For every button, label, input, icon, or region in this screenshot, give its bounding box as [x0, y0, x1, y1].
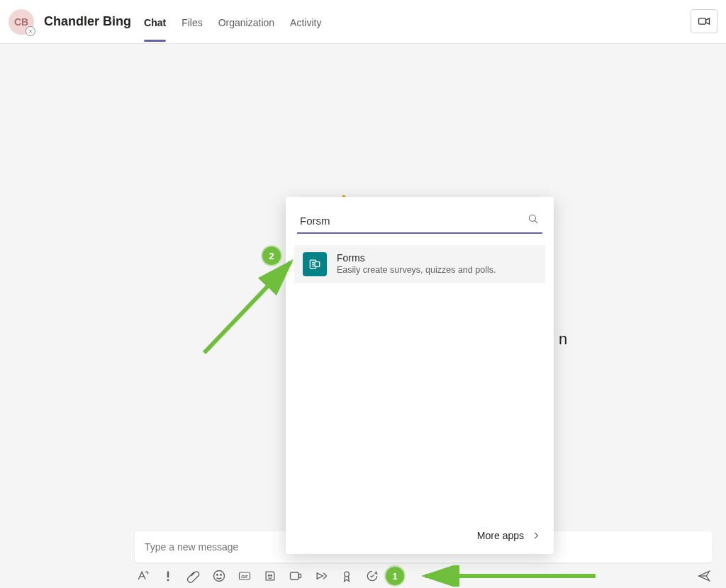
tab-chat[interactable]: Chat [144, 3, 166, 41]
avatar[interactable]: CB [9, 9, 34, 35]
attach-icon[interactable] [186, 568, 201, 584]
forms-app-icon [303, 252, 327, 276]
svg-line-21 [535, 220, 537, 223]
praise-icon[interactable] [339, 568, 354, 584]
video-icon [697, 14, 711, 28]
gif-icon[interactable]: GIF [237, 568, 252, 584]
tab-activity[interactable]: Activity [290, 3, 321, 41]
svg-point-6 [214, 571, 225, 582]
svg-text:GIF: GIF [241, 575, 248, 579]
send-button[interactable] [696, 568, 712, 584]
svg-point-11 [269, 575, 270, 576]
presence-offline-icon [26, 26, 35, 36]
tab-bar: Chat Files Organization Activity [144, 3, 321, 41]
svg-point-20 [529, 215, 535, 221]
svg-point-12 [271, 575, 272, 576]
more-apps-link[interactable]: More apps [477, 530, 541, 541]
emoji-icon[interactable] [211, 568, 227, 584]
approvals-icon[interactable] [364, 568, 380, 584]
chat-header: CB Chandler Bing Chat Files Organization… [0, 0, 726, 44]
app-search-field[interactable] [297, 208, 542, 234]
svg-rect-14 [298, 575, 301, 578]
compose-toolbar: GIF [135, 564, 712, 588]
svg-point-15 [345, 572, 350, 577]
annotation-callout-2: 2 [262, 247, 281, 265]
bg-text-fragment: n [559, 330, 567, 349]
app-result-forms[interactable]: Forms Easily create surveys, quizzes and… [294, 245, 545, 283]
app-search-wrap [286, 197, 554, 239]
app-search-input[interactable] [300, 215, 527, 227]
app-picker-popup: Forms Easily create surveys, quizzes and… [286, 197, 554, 554]
svg-rect-13 [291, 572, 299, 579]
svg-point-8 [220, 575, 222, 576]
tab-files[interactable]: Files [182, 3, 203, 41]
meet-now-icon[interactable] [288, 568, 303, 584]
annotation-callout-1: 1 [386, 567, 404, 585]
svg-point-5 [167, 579, 169, 581]
priority-icon[interactable] [160, 568, 176, 584]
more-apps-label: More apps [477, 530, 524, 541]
tab-organization[interactable]: Organization [218, 3, 274, 41]
app-result-subtitle: Easily create surveys, quizzes and polls… [337, 265, 496, 275]
svg-rect-2 [699, 18, 706, 24]
chat-title: Chandler Bing [44, 14, 131, 29]
app-result-title: Forms [337, 252, 496, 264]
chevron-right-icon [531, 531, 541, 541]
app-result-text: Forms Easily create surveys, quizzes and… [337, 252, 496, 275]
video-call-button[interactable] [691, 9, 717, 33]
svg-point-7 [217, 575, 218, 576]
sticker-icon[interactable] [262, 568, 278, 584]
svg-rect-4 [167, 571, 169, 577]
search-icon [527, 213, 540, 228]
svg-rect-23 [315, 262, 320, 267]
avatar-initials: CB [14, 16, 28, 28]
stream-icon[interactable] [313, 568, 329, 584]
format-icon[interactable] [135, 568, 150, 584]
